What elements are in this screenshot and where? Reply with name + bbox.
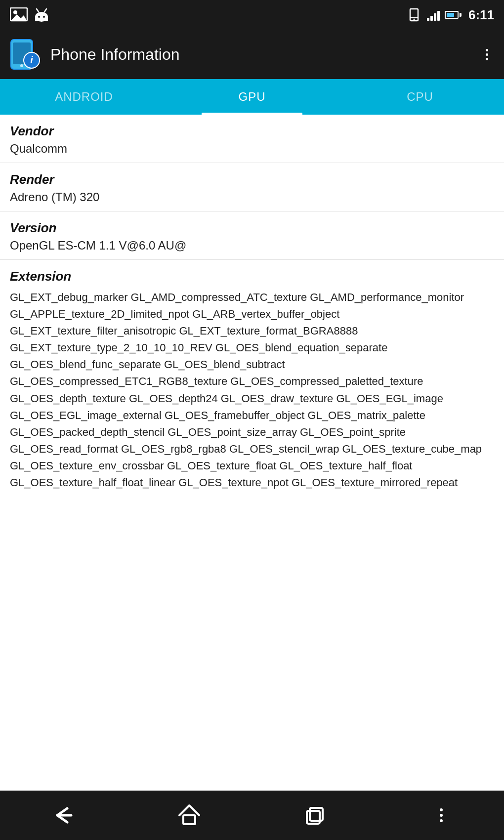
svg-point-16 [20, 64, 23, 67]
version-label: Version [10, 220, 494, 236]
rotate-icon [408, 8, 422, 22]
app-bar-title: Phone Information [50, 45, 479, 64]
svg-point-13 [413, 19, 415, 20]
signal-bars-icon [427, 9, 440, 21]
vendor-value: Qualcomm [10, 142, 494, 156]
picture-icon [10, 7, 28, 22]
svg-rect-20 [310, 808, 323, 821]
svg-rect-10 [46, 17, 48, 21]
version-value: OpenGL ES-CM 1.1 V@6.0 AU@ [10, 239, 494, 252]
recents-button[interactable] [295, 800, 335, 830]
vendor-section: Vendor Qualcomm [0, 115, 504, 163]
svg-marker-2 [10, 14, 27, 21]
battery-icon [445, 11, 462, 19]
render-label: Render [10, 172, 494, 187]
android-logo-icon [34, 7, 49, 23]
svg-rect-4 [35, 16, 48, 21]
status-time: 6:11 [468, 7, 494, 23]
vendor-label: Vendor [10, 124, 494, 139]
status-bar-right: 6:11 [408, 7, 494, 23]
svg-rect-9 [35, 17, 37, 21]
back-button[interactable] [43, 800, 83, 830]
tab-android[interactable]: ANDROID [0, 79, 168, 115]
version-section: Version OpenGL ES-CM 1.1 V@6.0 AU@ [0, 211, 504, 260]
svg-rect-19 [183, 815, 195, 824]
extension-label: Extension [10, 269, 494, 284]
svg-line-7 [37, 9, 39, 12]
status-bar-left [10, 7, 49, 23]
app-bar: i Phone Information [0, 30, 504, 79]
tab-bar: ANDROID GPU CPU [0, 79, 504, 115]
overflow-button[interactable] [421, 800, 461, 830]
tab-cpu[interactable]: CPU [336, 79, 504, 115]
content-area: Vendor Qualcomm Render Adreno (TM) 320 V… [0, 115, 504, 791]
extension-section: Extension GL_EXT_debug_marker GL_AMD_com… [0, 260, 504, 498]
tab-gpu[interactable]: GPU [168, 79, 336, 115]
svg-text:i: i [30, 54, 33, 65]
bottom-nav [0, 791, 504, 840]
more-menu-button[interactable] [479, 49, 494, 60]
svg-point-5 [38, 16, 40, 18]
status-bar: 6:11 [0, 0, 504, 30]
home-button[interactable] [169, 800, 209, 830]
svg-line-8 [44, 9, 46, 12]
app-icon: i [10, 39, 42, 70]
render-value: Adreno (TM) 320 [10, 190, 494, 204]
render-section: Render Adreno (TM) 320 [0, 163, 504, 211]
svg-point-6 [43, 16, 45, 18]
extension-value: GL_EXT_debug_marker GL_AMD_compressed_AT… [10, 289, 494, 491]
svg-rect-21 [307, 811, 320, 824]
svg-point-1 [13, 10, 17, 14]
